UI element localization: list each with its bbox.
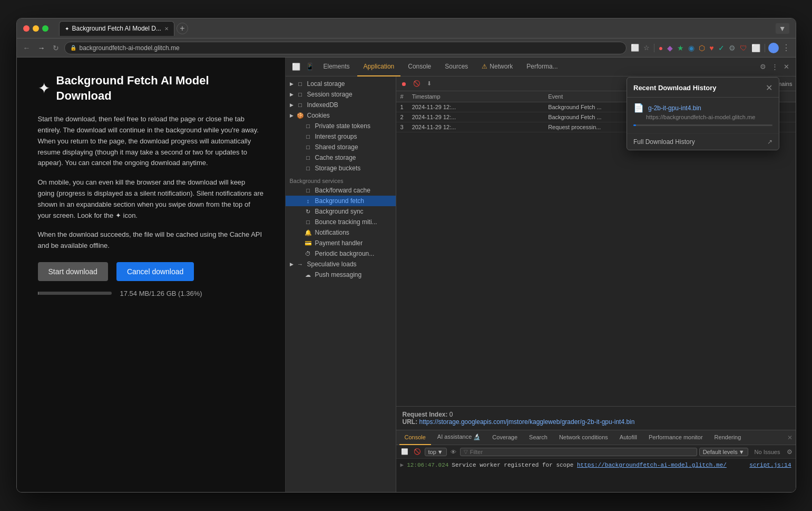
request-url: URL: https://storage.googleapis.com/jmst… xyxy=(403,418,789,426)
external-link-icon: ↗ xyxy=(767,138,772,146)
full-download-history-button[interactable]: Full Download History ↗ xyxy=(627,134,779,150)
sidebar-item-push-messaging[interactable]: ☁ Push messaging xyxy=(286,269,396,280)
screen-cast-icon[interactable]: ⬜ xyxy=(630,43,640,53)
sidebar-item-bg-sync[interactable]: ↻ Background sync xyxy=(286,206,396,217)
sidebar-item-payment-handler[interactable]: 💳 Payment handler xyxy=(286,238,396,248)
sidebar-item-local-storage[interactable]: ▶ □ Local storage xyxy=(286,79,396,89)
sidebar-item-private-state[interactable]: □ Private state tokens xyxy=(286,121,396,131)
ext-icon-1[interactable]: ● xyxy=(658,43,664,53)
record-button[interactable]: ⏺ xyxy=(399,80,408,88)
context-arrow-icon: ▼ xyxy=(437,449,443,455)
address-bar[interactable]: 🔒 backgroundfetch-ai-model.glitch.me xyxy=(64,42,627,54)
tab-close-icon[interactable]: ✕ xyxy=(164,26,169,32)
console-tab-autofill[interactable]: Autofill xyxy=(614,430,642,445)
ext-icon-8[interactable]: ⚙ xyxy=(728,43,737,53)
filter-input[interactable] xyxy=(470,449,502,455)
devtools-device-icon[interactable]: 📱 xyxy=(304,62,316,72)
dt-tab-performance[interactable]: Performa... xyxy=(520,57,564,76)
console-clear-icon[interactable]: 🚫 xyxy=(412,448,423,456)
console-tab-rendering[interactable]: Rendering xyxy=(709,430,747,445)
start-download-button[interactable]: Start download xyxy=(38,262,108,281)
devtools-inspect-icon[interactable]: ⬜ xyxy=(290,62,302,72)
devtools-settings-icon[interactable]: ⚙ xyxy=(758,62,768,72)
sidebar-item-shared-storage[interactable]: □ Shared storage xyxy=(286,142,396,152)
expand-icon: ▶ xyxy=(290,81,294,86)
console-tab-ai[interactable]: AI assistance 🔬 xyxy=(432,430,486,445)
console-tab-coverage[interactable]: Coverage xyxy=(487,430,523,445)
sidebar-item-periodic-bg[interactable]: ⏱ Periodic backgroun... xyxy=(286,248,396,259)
refresh-button[interactable]: ↻ xyxy=(51,43,61,53)
clear-button[interactable]: 🚫 xyxy=(412,80,422,88)
download-item: 📄 g-2b-it-gpu-int4.bin https://backgroun… xyxy=(627,98,779,134)
ext-icon-3[interactable]: ★ xyxy=(676,43,685,53)
active-tab[interactable]: ✦ Background Fetch AI Model D... ✕ xyxy=(59,21,174,36)
payment-icon: 💳 xyxy=(305,240,312,247)
row-timestamp: 2024-11-29 12:... xyxy=(408,112,544,122)
tab-expand-button[interactable]: ▼ xyxy=(776,23,789,34)
sidebar-item-cookies[interactable]: ▶ 🍪 Cookies xyxy=(286,110,396,121)
col-num: # xyxy=(396,91,408,102)
ext-icon-4[interactable]: ◉ xyxy=(687,43,696,53)
sidebar-item-back-forward[interactable]: □ Back/forward cache xyxy=(286,185,396,196)
sidebar-item-storage-buckets[interactable]: □ Storage buckets xyxy=(286,163,396,173)
download-filename[interactable]: g-2b-it-gpu-int4.bin xyxy=(648,104,701,112)
sidebar-item-notifications[interactable]: 🔔 Notifications xyxy=(286,227,396,238)
console-eye-icon[interactable]: 👁 xyxy=(449,448,458,456)
progress-text: 17.54 MB/1.26 GB (1.36%) xyxy=(120,290,202,297)
bg-services-label: Background services xyxy=(286,173,396,185)
ext-icon-9[interactable]: 🛡 xyxy=(739,43,748,53)
storage-icon: □ xyxy=(297,91,304,98)
fetch-icon: ↕ xyxy=(305,198,312,204)
devtools-close-icon[interactable]: ✕ xyxy=(781,62,791,72)
console-message: Service worker registered for scope http… xyxy=(452,461,727,470)
console-close-icon[interactable]: ✕ xyxy=(787,434,793,441)
console-tab-console[interactable]: Console xyxy=(399,430,431,445)
button-row: Start download Cancel download xyxy=(38,262,264,281)
close-button[interactable] xyxy=(23,25,30,32)
console-link[interactable]: https://backgroundfetch-ai-model.glitch.… xyxy=(577,462,727,468)
new-tab-button[interactable]: + xyxy=(177,23,188,34)
row-timestamp: 2024-11-29 12:... xyxy=(408,122,544,132)
devtools-more-icon[interactable]: ⋮ xyxy=(769,62,780,72)
popup-close-button[interactable]: ✕ xyxy=(766,83,772,93)
sidebar-item-interest-groups[interactable]: □ Interest groups xyxy=(286,131,396,142)
default-levels-selector[interactable]: Default levels ▼ xyxy=(699,448,748,456)
ext-icon-10[interactable]: ⬜ xyxy=(750,43,761,53)
sidebar-item-bg-fetch[interactable]: ↕ Background fetch xyxy=(286,196,396,206)
filter-box[interactable]: ▽ xyxy=(460,448,697,456)
back-button[interactable]: ← xyxy=(21,43,33,53)
dt-tab-elements[interactable]: Elements xyxy=(317,57,356,76)
console-timestamp: 12:06:47.024 xyxy=(407,461,448,470)
console-tab-network-conditions[interactable]: Network conditions xyxy=(554,430,613,445)
sidebar-item-indexeddb[interactable]: ▶ □ IndexedDB xyxy=(286,100,396,110)
dt-tab-network[interactable]: ⚠Network xyxy=(475,57,519,76)
dt-tab-application[interactable]: Application xyxy=(357,57,401,76)
forward-button[interactable]: → xyxy=(36,43,47,53)
console-settings-icon[interactable]: ⚙ xyxy=(787,448,793,456)
console-context-selector[interactable]: top ▼ xyxy=(425,448,447,456)
ext-icon-5[interactable]: ⬡ xyxy=(698,43,706,53)
profile-icon[interactable] xyxy=(768,43,779,53)
sidebar-item-session-storage[interactable]: ▶ □ Session storage xyxy=(286,89,396,100)
minimize-button[interactable] xyxy=(33,25,39,32)
sidebar-item-cache-storage[interactable]: □ Cache storage xyxy=(286,152,396,163)
download-url: https://backgroundfetch-ai-model.glitch.… xyxy=(633,114,772,120)
console-sidebar-icon[interactable]: ⬜ xyxy=(399,448,410,456)
ext-icon-7[interactable]: ✓ xyxy=(717,43,726,53)
console-expand-icon[interactable]: ▶ xyxy=(400,461,404,470)
dt-tab-sources[interactable]: Sources xyxy=(438,57,474,76)
dt-tab-console[interactable]: Console xyxy=(402,57,437,76)
ext-icon-2[interactable]: ◆ xyxy=(666,43,674,53)
download-log-button[interactable]: ⬇ xyxy=(425,80,433,88)
menu-icon[interactable]: ⋮ xyxy=(781,42,791,54)
ext-icon-6[interactable]: ♥ xyxy=(708,43,715,53)
console-tab-search[interactable]: Search xyxy=(524,430,553,445)
sidebar-item-speculative[interactable]: ▶ → Speculative loads xyxy=(286,259,396,269)
cancel-download-button[interactable]: Cancel download xyxy=(116,262,194,281)
sidebar-item-bounce-tracking[interactable]: □ Bounce tracking miti... xyxy=(286,217,396,227)
maximize-button[interactable] xyxy=(42,25,48,32)
bookmark-icon[interactable]: ☆ xyxy=(642,43,651,53)
console-tab-perf-monitor[interactable]: Performance monitor xyxy=(643,430,708,445)
file-icon: 📄 xyxy=(633,103,644,113)
console-file-link[interactable]: script.js:14 xyxy=(749,461,791,470)
